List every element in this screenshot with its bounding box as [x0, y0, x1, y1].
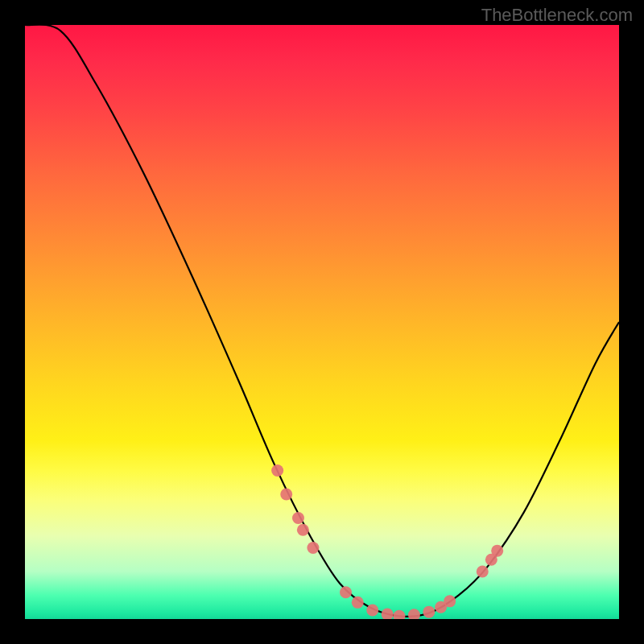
- curve-marker: [292, 512, 304, 524]
- chart-plot-area: [25, 25, 619, 619]
- curve-marker: [477, 565, 489, 577]
- curve-marker: [340, 586, 352, 598]
- curve-marker: [491, 545, 503, 557]
- curve-marker: [366, 604, 378, 616]
- curve-marker: [307, 542, 319, 554]
- curve-marker: [352, 597, 364, 609]
- curve-markers: [271, 464, 503, 619]
- chart-curve-layer: [25, 25, 619, 619]
- curve-marker: [444, 595, 456, 607]
- curve-marker: [271, 464, 283, 477]
- curve-marker: [423, 606, 435, 618]
- curve-marker: [297, 524, 309, 536]
- curve-marker: [382, 609, 394, 619]
- watermark-text: TheBottleneck.com: [481, 5, 633, 26]
- curve-marker: [408, 609, 420, 619]
- bottleneck-curve: [25, 25, 619, 617]
- curve-marker: [280, 489, 292, 501]
- curve-marker: [393, 610, 405, 619]
